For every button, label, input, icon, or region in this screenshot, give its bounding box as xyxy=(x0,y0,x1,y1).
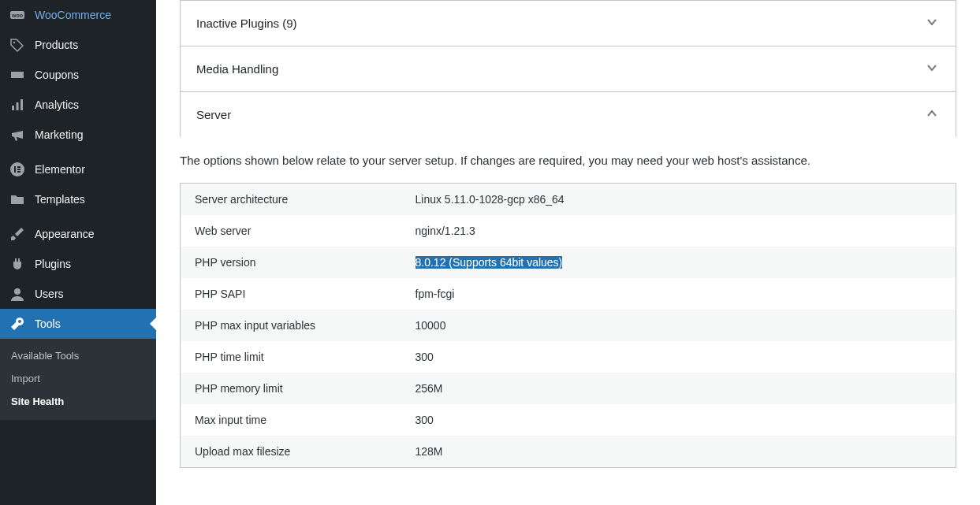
table-cell-value: 128M xyxy=(401,436,956,468)
chevron-down-icon xyxy=(924,14,940,32)
table-cell-value: 8.0.12 (Supports 64bit values) xyxy=(401,247,956,278)
server-description: The options shown below relate to your s… xyxy=(180,136,956,183)
table-row: PHP SAPIfpm-fcgi xyxy=(181,278,956,310)
woocommerce-icon: woo xyxy=(9,7,25,23)
panel-header-server[interactable]: Server xyxy=(181,92,956,137)
panel-title: Inactive Plugins (9) xyxy=(196,17,297,30)
main-content: Inactive Plugins (9) Media Handling Serv… xyxy=(156,0,980,505)
sidebar-item-label: Analytics xyxy=(35,98,79,111)
sidebar-item-coupons[interactable]: Coupons xyxy=(0,60,156,90)
brush-icon xyxy=(9,226,25,242)
sidebar-item-label: Coupons xyxy=(35,69,79,81)
panel-media-handling: Media Handling xyxy=(180,46,956,92)
sidebar-item-appearance[interactable]: Appearance xyxy=(0,219,156,249)
sidebar-item-label: Appearance xyxy=(35,228,95,240)
folder-icon xyxy=(9,191,25,207)
table-row: PHP memory limit256M xyxy=(181,373,956,404)
sidebar-item-analytics[interactable]: Analytics xyxy=(0,90,156,120)
sidebar-item-plugins[interactable]: Plugins xyxy=(0,249,156,279)
sidebar-item-templates[interactable]: Templates xyxy=(0,184,156,214)
sidebar-item-label: Products xyxy=(35,39,78,51)
sidebar-item-woocommerce[interactable]: woo WooCommerce xyxy=(0,0,156,30)
svg-rect-7 xyxy=(14,166,16,173)
table-row: Max input time300 xyxy=(181,404,956,436)
ticket-icon xyxy=(9,67,25,83)
table-cell-label: PHP SAPI xyxy=(181,278,401,310)
svg-rect-9 xyxy=(17,169,20,170)
table-row: Server architectureLinux 5.11.0-1028-gcp… xyxy=(181,184,956,216)
table-cell-label: PHP version xyxy=(181,247,401,278)
panel-title: Server xyxy=(196,108,231,121)
sidebar-item-products[interactable]: Products xyxy=(0,30,156,60)
plug-icon xyxy=(9,256,25,272)
sidebar-item-label: Users xyxy=(35,288,64,300)
table-row: PHP time limit300 xyxy=(181,341,956,373)
table-cell-label: Upload max filesize xyxy=(181,436,401,468)
table-cell-value: 256M xyxy=(401,373,956,404)
table-row: PHP version8.0.12 (Supports 64bit values… xyxy=(181,247,956,278)
svg-point-11 xyxy=(14,288,20,295)
sidebar-item-label: Plugins xyxy=(35,258,71,270)
svg-rect-5 xyxy=(20,99,23,110)
admin-sidebar: woo WooCommerce Products Coupons Analyti… xyxy=(0,0,156,505)
sidebar-item-marketing[interactable]: Marketing xyxy=(0,120,156,150)
table-cell-label: PHP max input variables xyxy=(181,310,401,341)
submenu-item-site-health[interactable]: Site Health xyxy=(0,391,156,414)
table-cell-label: Web server xyxy=(181,215,401,247)
elementor-icon xyxy=(9,162,25,177)
table-cell-value: fpm-fcgi xyxy=(401,278,956,310)
table-cell-label: Server architecture xyxy=(181,184,401,216)
submenu-item-available-tools[interactable]: Available Tools xyxy=(0,345,156,368)
megaphone-icon xyxy=(9,127,25,143)
table-row: PHP max input variables10000 xyxy=(181,310,956,341)
sidebar-item-label: Tools xyxy=(35,317,61,330)
panel-header-media-handling[interactable]: Media Handling xyxy=(181,46,956,91)
table-cell-label: PHP time limit xyxy=(181,341,401,373)
sidebar-item-label: Templates xyxy=(35,193,85,206)
chart-bar-icon xyxy=(9,97,25,113)
sidebar-item-label: Elementor xyxy=(35,163,85,176)
table-cell-label: Max input time xyxy=(181,404,401,436)
table-cell-value: nginx/1.21.3 xyxy=(401,215,956,247)
svg-rect-4 xyxy=(17,102,19,110)
chevron-down-icon xyxy=(924,60,940,78)
table-cell-value: 300 xyxy=(401,404,956,436)
panel-title: Media Handling xyxy=(196,62,278,76)
sidebar-item-label: Marketing xyxy=(35,128,83,141)
sidebar-item-tools[interactable]: Tools xyxy=(0,309,156,339)
server-info-table: Server architectureLinux 5.11.0-1028-gcp… xyxy=(180,183,956,468)
panel-server: Server xyxy=(180,91,956,137)
svg-rect-10 xyxy=(17,171,20,173)
tools-submenu: Available Tools Import Site Health xyxy=(0,339,156,420)
table-row: Web servernginx/1.21.3 xyxy=(181,215,956,247)
sidebar-item-label: WooCommerce xyxy=(35,9,111,21)
svg-rect-3 xyxy=(12,106,14,110)
table-cell-value: 10000 xyxy=(401,310,956,341)
sidebar-item-users[interactable]: Users xyxy=(0,279,156,309)
wrench-icon xyxy=(9,316,25,332)
svg-point-2 xyxy=(13,42,15,43)
tag-icon xyxy=(9,37,25,53)
svg-rect-8 xyxy=(17,166,20,168)
chevron-up-icon xyxy=(924,106,940,124)
table-row: Upload max filesize128M xyxy=(181,436,956,468)
user-icon xyxy=(9,286,25,302)
panel-inactive-plugins: Inactive Plugins (9) xyxy=(180,0,956,46)
table-cell-label: PHP memory limit xyxy=(181,373,401,404)
svg-text:woo: woo xyxy=(11,13,23,18)
submenu-item-import[interactable]: Import xyxy=(0,368,156,391)
panel-header-inactive-plugins[interactable]: Inactive Plugins (9) xyxy=(181,1,956,46)
table-cell-value: Linux 5.11.0-1028-gcp x86_64 xyxy=(401,184,956,216)
highlighted-value: 8.0.12 (Supports 64bit values) xyxy=(415,256,563,269)
sidebar-item-elementor[interactable]: Elementor xyxy=(0,154,156,184)
table-cell-value: 300 xyxy=(401,341,956,373)
